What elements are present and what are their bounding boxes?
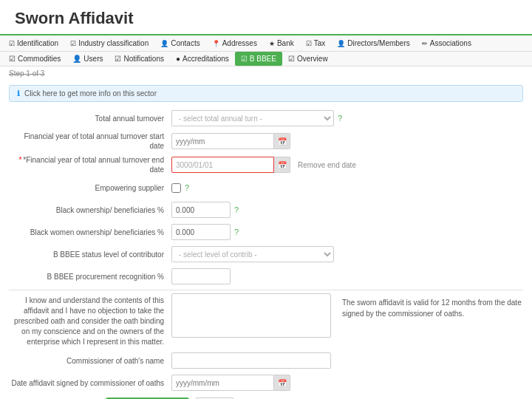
nav-tabs-row2: ☑ Commodities 👤 Users ☑ Notifications ● … (0, 52, 532, 66)
bbbee-status-select[interactable]: - select level of contrib - (171, 246, 334, 262)
tab-accreditations[interactable]: ● Accreditations (170, 52, 235, 66)
tab-bank-icon: ★ (269, 40, 275, 47)
tab-directors-icon: 👤 (337, 40, 345, 47)
black-women-input[interactable] (171, 224, 231, 240)
tab-accreditations-icon: ● (176, 55, 180, 63)
bottom-form: I know and understand the contents of th… (9, 293, 523, 399)
tab-notifications[interactable]: ☑ Notifications (109, 52, 169, 66)
form-area: Total annual turnover - select total ann… (0, 106, 532, 399)
tab-directors[interactable]: 👤 Directors/Members (331, 35, 415, 51)
tab-tax[interactable]: ☑ Tax (300, 35, 332, 51)
tab-industry-icon: ☑ (70, 40, 76, 47)
affidavit-text-block: I know and understand the contents of th… (9, 293, 331, 347)
financial-year-end-label: *Financial year of total annual turnover… (9, 155, 171, 174)
financial-year-start-cal-button[interactable]: 📅 (274, 133, 290, 149)
tab-overview[interactable]: ☑ Overview (282, 52, 334, 66)
info-bar[interactable]: ℹ Click here to get more info on this se… (9, 85, 523, 102)
page-header: Sworn Affidavit (0, 0, 532, 35)
affidavit-text-label: I know and understand the contents of th… (9, 293, 171, 347)
financial-year-start-input[interactable] (171, 133, 274, 149)
bottom-left: I know and understand the contents of th… (9, 293, 331, 399)
commissioner-row: Commissioner of oath's name (9, 352, 331, 369)
bbbee-status-label: B BBEE status level of contributor (9, 250, 171, 259)
sworn-note: The sworn affidavit is valid for 12 mont… (331, 293, 523, 399)
bbbee-procurement-label: B BBEE procurement recognition % (9, 272, 171, 282)
total-turnover-select[interactable]: - select total annual turn - (171, 110, 334, 126)
tab-notifications-icon: ☑ (115, 55, 121, 63)
financial-year-end-wrap: 📅 (171, 157, 290, 173)
black-women-row: Black women ownership/ beneficiaries % ? (9, 223, 523, 241)
total-turnover-row: Total annual turnover - select total ann… (9, 109, 523, 127)
empowering-supplier-help-icon[interactable]: ? (185, 183, 189, 192)
black-ownership-help-icon[interactable]: ? (234, 205, 239, 214)
financial-year-end-row: *Financial year of total annual turnover… (9, 155, 523, 174)
black-ownership-input[interactable] (171, 202, 231, 218)
tab-associations-icon: ✏ (422, 40, 428, 47)
tab-contacts[interactable]: 👤 Contacts (154, 35, 205, 51)
tab-associations[interactable]: ✏ Associations (416, 35, 477, 51)
empowering-supplier-row: Empowering supplier ? (9, 179, 523, 197)
empowering-supplier-label: Empowering supplier (9, 183, 171, 193)
tab-industry[interactable]: ☑ Industry classification (64, 35, 154, 51)
tab-bbbee[interactable]: ☑ B BBEE (235, 52, 282, 66)
step-indicator: Step 1 of 3 (0, 66, 532, 81)
financial-year-start-label: Financial year of total annual turnover … (9, 132, 171, 151)
affidavit-date-cal-button[interactable]: 📅 (274, 375, 290, 391)
tab-identification[interactable]: ☑ Identification (3, 35, 64, 51)
black-women-help-icon[interactable]: ? (234, 228, 239, 236)
commissioner-label: Commissioner of oath's name (9, 356, 171, 366)
black-ownership-label: Black ownership/ beneficiaries % (9, 205, 171, 215)
remove-end-date-link[interactable]: Remove end date (298, 161, 356, 169)
financial-year-end-cal-button[interactable]: 📅 (274, 157, 290, 173)
tab-overview-icon: ☑ (288, 55, 295, 63)
tab-addresses-icon: 📍 (212, 40, 220, 47)
financial-year-start-wrap: 📅 (171, 133, 290, 149)
black-ownership-row: Black ownership/ beneficiaries % ? (9, 201, 523, 219)
affidavit-date-wrap: 📅 (171, 375, 290, 391)
bbbee-status-row: B BBEE status level of contributor - sel… (9, 245, 523, 263)
affidavit-textarea[interactable] (171, 293, 331, 338)
tab-users[interactable]: 👤 Users (66, 52, 109, 66)
bbbee-procurement-row: B BBEE procurement recognition % (9, 267, 523, 285)
tab-identification-icon: ☑ (9, 40, 15, 47)
empowering-supplier-checkbox-wrap (171, 183, 181, 193)
tab-commodities-icon: ☑ (9, 55, 16, 63)
bbbee-procurement-input[interactable] (171, 268, 231, 284)
page-title: Sworn Affidavit (15, 9, 517, 28)
page-wrapper: Sworn Affidavit ☑ Identification ☑ Indus… (0, 0, 532, 399)
affidavit-date-label: Date affidavit signed by commissioner of… (9, 378, 171, 388)
total-turnover-help-icon[interactable]: ? (338, 114, 342, 123)
tab-contacts-icon: 👤 (160, 40, 168, 47)
tab-bbbee-icon: ☑ (241, 55, 248, 63)
black-women-label: Black women ownership/ beneficiaries % (9, 228, 171, 237)
tab-addresses[interactable]: 📍 Addresses (206, 35, 263, 51)
tab-tax-icon: ☑ (306, 40, 312, 47)
tab-commodities[interactable]: ☑ Commodities (3, 52, 66, 66)
commissioner-input[interactable] (171, 352, 331, 369)
total-turnover-label: Total annual turnover (9, 114, 171, 123)
financial-year-end-input[interactable] (171, 157, 274, 173)
tab-users-icon: 👤 (72, 55, 81, 63)
tab-bank[interactable]: ★ Bank (263, 35, 300, 51)
empowering-supplier-checkbox[interactable] (171, 183, 181, 193)
divider (9, 290, 523, 290)
affidavit-date-input[interactable] (171, 375, 274, 391)
financial-year-start-row: Financial year of total annual turnover … (9, 132, 523, 151)
affidavit-date-row: Date affidavit signed by commissioner of… (9, 374, 331, 392)
info-icon: ℹ (17, 89, 20, 98)
nav-tabs-row1: ☑ Identification ☑ Industry classificati… (0, 35, 532, 52)
